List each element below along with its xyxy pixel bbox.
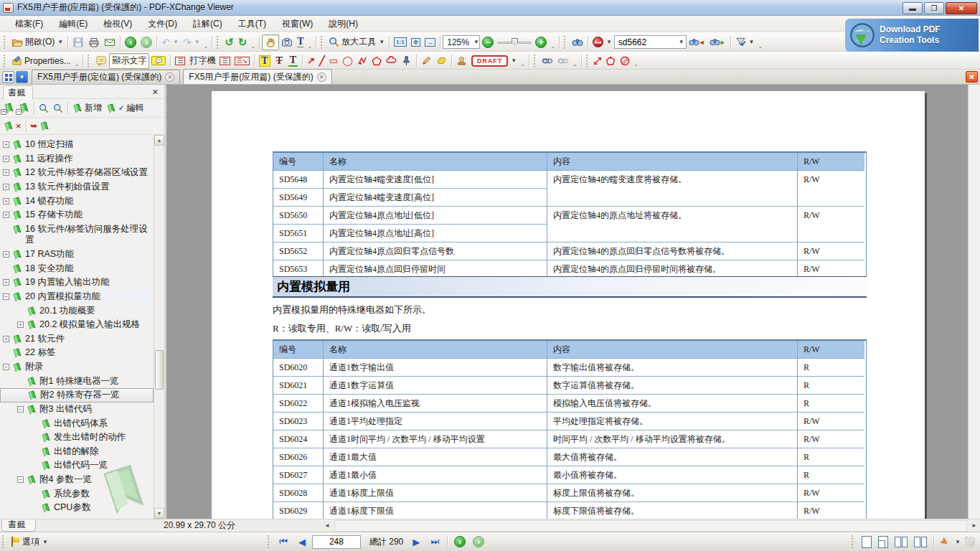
undo-button[interactable]: ↶▼	[159, 34, 181, 50]
bookmark-item[interactable]: 22 标签	[0, 346, 154, 360]
tab-application-manual[interactable]: FX5用户手册(应用篇) (受保護的) ✕	[183, 69, 331, 84]
show-text-button[interactable]: 顯示文字	[109, 53, 149, 69]
save-button[interactable]	[70, 34, 86, 50]
next-page-button[interactable]: ▶	[407, 534, 425, 549]
bookmark-tree-scrollbar[interactable]: ▲ ▼	[154, 135, 164, 519]
hscroll-left-icon[interactable]: ◄	[321, 522, 333, 529]
view-back-button[interactable]: ‹	[451, 534, 468, 549]
text-box-button[interactable]: ☰	[173, 53, 187, 69]
bookmark-item[interactable]: + 13 软元件初始值设置	[0, 180, 154, 194]
polygon-tool-button[interactable]	[369, 53, 384, 69]
filter-button[interactable]: ▼	[733, 34, 757, 50]
bookmark-item[interactable]: 发生出错时的动作	[0, 430, 154, 445]
tree-expander-icon[interactable]: +	[3, 212, 9, 218]
pencil-tool-button[interactable]	[419, 53, 434, 69]
restore-button[interactable]: ❐	[924, 2, 944, 14]
polyline-tool-button[interactable]	[355, 53, 369, 69]
highlight-text-button[interactable]: T	[257, 53, 272, 69]
menu-window[interactable]: 視窗(W)	[274, 16, 321, 32]
actual-size-button[interactable]: 1:1	[392, 34, 409, 50]
last-page-button[interactable]: ⏭	[426, 534, 443, 549]
underline-text-button[interactable]: T	[286, 53, 300, 69]
bookmark-item[interactable]: 出错代码体系	[0, 417, 154, 431]
perimeter-tool-button[interactable]	[603, 53, 618, 69]
bookmark-item[interactable]: + 21 软元件	[0, 332, 154, 347]
statusbar-grip[interactable]	[268, 535, 271, 548]
zoom-in-button[interactable]: +	[533, 34, 549, 50]
fit-page-button[interactable]: ✥	[409, 34, 423, 50]
cloud-tool-button[interactable]	[384, 53, 399, 69]
search-combobox[interactable]: ▼	[614, 35, 687, 49]
text-bubble-button[interactable]: 💬	[149, 53, 168, 69]
find-next-button[interactable]: ►	[707, 34, 728, 50]
close-document-button[interactable]: ✕	[966, 71, 978, 83]
menu-help[interactable]: 說明(H)	[321, 16, 366, 32]
current-page-input[interactable]	[312, 535, 361, 549]
bookmark-item[interactable]: + 10 恒定扫描	[0, 138, 154, 152]
window-resize-grip[interactable]	[965, 537, 975, 547]
options-button[interactable]: 選項▼	[8, 534, 50, 550]
pdf-page[interactable]: 编号名称内容R/WSD5648内置定位轴4蠕变速度[低位]内置定位轴4的蠕变速度…	[212, 91, 925, 519]
continuous-facing-layout-button[interactable]	[912, 534, 929, 550]
go-back-button[interactable]: ‹	[123, 34, 138, 50]
menu-file[interactable]: 檔案(F)	[7, 16, 51, 32]
bookmark-item[interactable]: 20.1 功能概要	[0, 304, 154, 319]
bookmarks-bottom-tab[interactable]: 書籤	[1, 519, 36, 532]
toolbar-grip[interactable]	[88, 55, 91, 67]
scroll-down-icon[interactable]: ▼	[154, 508, 164, 519]
bookmark-item[interactable]: 出错的解除	[0, 445, 154, 459]
area-tool-button[interactable]	[618, 53, 632, 69]
hscroll-right-icon[interactable]: ►	[969, 522, 980, 529]
zoom-out-button[interactable]: −	[480, 34, 496, 50]
tree-expander-icon[interactable]: +	[3, 251, 9, 258]
properties-button[interactable]: Properties...	[9, 53, 73, 69]
scroll-up-icon[interactable]: ▲	[154, 135, 164, 146]
bookmark-item[interactable]: 附1 特殊继电器一览	[0, 375, 154, 389]
menu-comments[interactable]: 註解(C)	[185, 16, 230, 32]
bookmark-item[interactable]: + 11 远程操作	[0, 152, 154, 166]
line-tool-button[interactable]: ╱	[317, 53, 327, 69]
toolbar-grip[interactable]	[4, 55, 7, 67]
link-tool-button[interactable]	[540, 53, 555, 69]
continuous-layout-button[interactable]	[876, 534, 890, 550]
tree-expander-icon[interactable]: −	[3, 293, 9, 300]
callout-box-button[interactable]: ☰	[217, 53, 232, 69]
go-forward-button[interactable]: ›	[138, 34, 154, 50]
view-forward-button[interactable]: ›	[470, 534, 487, 549]
horizontal-scrollbar[interactable]	[334, 520, 967, 532]
edit-bookmark-button[interactable]: ✓編輯	[104, 101, 146, 115]
tree-expander-icon[interactable]: +	[3, 198, 9, 204]
search-button[interactable]	[570, 34, 585, 50]
tab-close-icon[interactable]: ✕	[317, 72, 326, 82]
find-previous-button[interactable]: ◄	[687, 34, 707, 50]
oval-tool-button[interactable]: ◯	[340, 53, 355, 69]
minimize-button[interactable]: ▬	[903, 2, 923, 14]
rectangle-tool-button[interactable]: ▭	[327, 53, 340, 69]
zoom-slider[interactable]	[497, 37, 532, 48]
rotate-cw-button[interactable]: ↻	[236, 34, 250, 50]
tab-positioning-manual[interactable]: FX5用户手册(定位篇) (受保護的) ✕	[32, 70, 180, 84]
email-button[interactable]	[102, 34, 118, 50]
tree-expander-icon[interactable]: +	[17, 321, 24, 328]
single-page-layout-button[interactable]	[859, 534, 874, 550]
pin-tool-button[interactable]	[399, 53, 414, 69]
bookmark-item[interactable]: + 12 软元件/标签存储器区域设置	[0, 166, 154, 180]
tree-expander-icon[interactable]: −	[3, 364, 9, 370]
rotate-ccw-button[interactable]: ↺	[222, 34, 236, 50]
distance-tool-button[interactable]: ⤢	[592, 53, 603, 69]
bookmarks-zoom-out-button[interactable]	[51, 103, 65, 114]
strikeout-text-button[interactable]: T	[273, 53, 286, 69]
redo-button[interactable]: ↷▼	[181, 34, 202, 50]
tree-expander-icon[interactable]: +	[3, 169, 9, 176]
toolbar-grip[interactable]	[217, 36, 220, 49]
highlighter-tool-button[interactable]	[434, 53, 449, 69]
arrow-tool-button[interactable]: ↗	[305, 53, 317, 69]
bookmark-item[interactable]: 18 安全功能	[0, 262, 154, 276]
bookmark-item[interactable]: 16 软元件/标签访问服务处理设置	[0, 222, 154, 248]
toolbar-grip[interactable]	[321, 36, 324, 49]
close-button[interactable]: ✕	[946, 2, 977, 14]
ask-search-provider-button[interactable]: Ask▼	[590, 34, 614, 50]
bookmarks-zoom-in-button[interactable]	[37, 103, 51, 114]
toolbar-grip[interactable]	[534, 55, 537, 67]
toolbar-grip[interactable]	[4, 36, 7, 49]
